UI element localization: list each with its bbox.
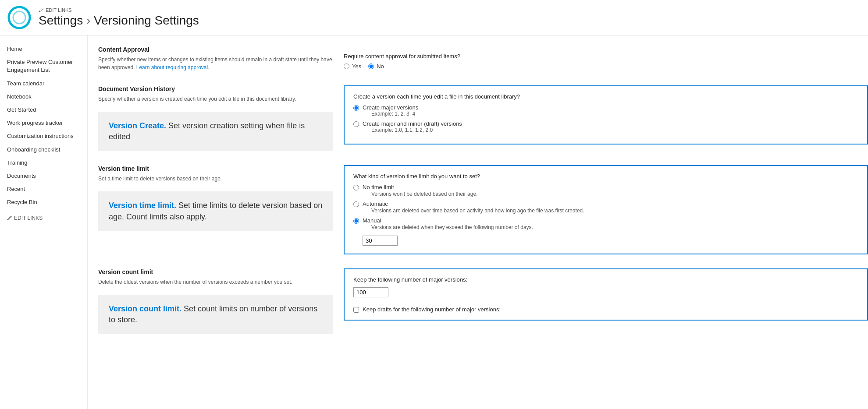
sidebar-item-team-calendar[interactable]: Team calendar [0,77,87,90]
approval-radios: Yes No [344,63,868,70]
manual-option: Manual Versions are deleted when they ex… [353,217,858,246]
version-time-limit-desc: Set a time limit to delete versions base… [98,175,333,183]
content-approval-title: Content Approval [98,46,333,53]
document-version-section: Document Version History Specify whether… [98,85,868,151]
document-version-panel: Create a version each time you edit a fi… [344,85,868,145]
keep-drafts-label: Keep drafts for the following number of … [363,306,501,313]
version-count-limit-right: Keep the following number of major versi… [344,268,868,321]
document-version-desc: Specify whether a version is created eac… [98,95,333,103]
version-count-limit-title: Version count limit [98,268,333,275]
sidebar-item-customization[interactable]: Customization instructions [0,130,87,143]
sidebar-item-recycle-bin[interactable]: Recycle Bin [0,196,87,209]
sidebar-item-onboarding[interactable]: Onboarding checklist [0,143,87,156]
document-version-title: Document Version History [98,85,333,92]
sidebar-item-work-progress[interactable]: Work progress tracker [0,116,87,130]
content-approval-right: Require content approval for submitted i… [344,46,868,71]
sidebar-item-private-preview[interactable]: Private Preview Customer Engagement List [0,56,87,77]
version-count-limit-desc: Delete the oldest versions when the numb… [98,278,333,286]
header: EDIT LINKS Settings › Versioning Setting… [0,0,868,35]
major-versions-example: Example: 1, 2, 3, 4 [371,111,418,117]
major-versions-radio[interactable] [353,105,359,111]
keep-drafts-checkbox[interactable] [353,307,359,313]
sidebar-item-get-started[interactable]: Get Started [0,103,87,116]
keep-drafts-option: Keep drafts for the following number of … [353,306,858,313]
header-title-area: EDIT LINKS Settings › Versioning Setting… [39,7,199,28]
header-edit-links[interactable]: EDIT LINKS [39,7,199,13]
version-count-limit-section: Version count limit Delete the oldest ve… [98,268,868,334]
sidebar-item-home[interactable]: Home [0,42,87,56]
minor-versions-label: Create major and minor (draft) versions [363,120,462,127]
document-version-left: Document Version History Specify whether… [98,85,344,151]
version-count-limit-tooltip: Version count limit. Set count limits on… [98,295,333,334]
approval-yes-radio[interactable] [344,63,349,69]
manual-sublabel: Versions are deleted when they exceed th… [371,224,533,231]
version-time-limit-title: Version time limit [98,165,333,172]
body-wrapper: Home Private Preview Customer Engagement… [0,35,868,409]
sidebar-item-notebook[interactable]: Notebook [0,90,87,103]
version-count-limit-highlight: Version count limit. [109,304,181,313]
version-time-limit-panel-title: What kind of version time limit do you w… [353,173,858,180]
manual-days-input[interactable] [363,236,398,246]
version-time-limit-section: Version time limit Set a time limit to d… [98,165,868,254]
version-time-limit-left: Version time limit Set a time limit to d… [98,165,344,231]
content-approval-link[interactable]: Learn about requiring approval. [136,64,210,71]
version-create-highlight: Version Create. [109,121,166,130]
pencil-icon [39,7,44,13]
sidebar: Home Private Preview Customer Engagement… [0,35,88,409]
version-count-limit-left: Version count limit Delete the oldest ve… [98,268,344,334]
approval-no-radio[interactable] [368,63,374,69]
version-time-limit-right: What kind of version time limit do you w… [344,165,868,254]
approval-yes-label[interactable]: Yes [344,63,361,70]
automatic-label: Automatic [363,201,584,207]
major-versions-keep-label: Keep the following number of major versi… [353,276,858,283]
version-time-limit-highlight: Version time limit. [109,201,176,210]
sidebar-edit-links-bottom[interactable]: EDIT LINKS [0,212,87,224]
automatic-option: Automatic Versions are deleted over time… [353,201,858,216]
major-versions-label: Create major versions [363,104,418,111]
version-time-limit-radios: No time limit Versions won't be deleted … [353,184,858,245]
content-approval-left: Content Approval Specify whether new ite… [98,46,344,71]
no-time-limit-sublabel: Versions won't be deleted based on their… [371,190,477,198]
minor-versions-option: Create major and minor (draft) versions … [353,120,858,133]
major-versions-count-input[interactable] [353,287,388,297]
version-create-tooltip: Version Create. Set version creation set… [98,112,333,151]
automatic-radio[interactable] [353,201,359,207]
version-count-limit-panel: Keep the following number of major versi… [344,268,868,321]
svg-point-1 [13,11,25,24]
main-content: Content Approval Specify whether new ite… [88,35,868,409]
automatic-sublabel: Versions are deleted over time based on … [371,207,584,215]
minor-versions-example: Example: 1.0, 1.1, 1.2, 2.0 [371,127,462,133]
sidebar-item-training[interactable]: Training [0,156,87,169]
page-wrapper: EDIT LINKS Settings › Versioning Setting… [0,0,868,409]
version-time-limit-panel: What kind of version time limit do you w… [344,165,868,254]
sidebar-item-documents[interactable]: Documents [0,169,87,183]
no-time-limit-label: No time limit [363,184,477,190]
minor-versions-radio[interactable] [353,121,359,127]
manual-radio[interactable] [353,218,359,224]
content-approval-section: Content Approval Specify whether new ite… [98,46,868,71]
no-time-limit-radio[interactable] [353,185,359,190]
content-approval-desc: Specify whether new items or changes to … [98,56,333,71]
approval-question: Require content approval for submitted i… [344,53,868,60]
sidebar-item-recent[interactable]: Recent [0,183,87,196]
app-logo [7,5,32,30]
major-versions-option: Create major versions Example: 1, 2, 3, … [353,104,858,117]
document-version-radios: Create major versions Example: 1, 2, 3, … [353,104,858,133]
svg-point-0 [9,7,30,28]
manual-label: Manual [363,217,533,224]
page-title: Settings › Versioning Settings [39,14,199,28]
document-version-right: Create a version each time you edit a fi… [344,85,868,145]
approval-no-label[interactable]: No [368,63,384,70]
version-time-limit-tooltip: Version time limit. Set time limits to d… [98,191,333,231]
document-version-panel-title: Create a version each time you edit a fi… [353,93,858,100]
no-time-limit-option: No time limit Versions won't be deleted … [353,184,858,200]
pencil-icon-sidebar [7,215,12,221]
